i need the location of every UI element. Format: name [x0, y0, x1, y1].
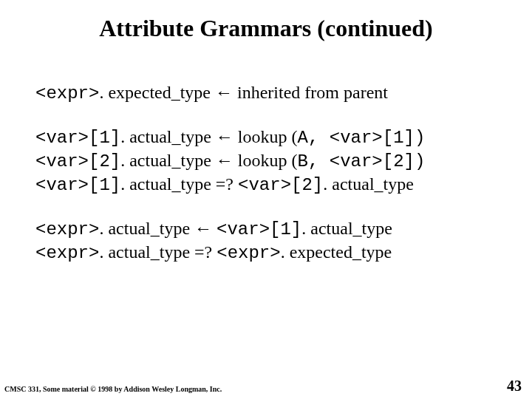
- text: . actual_type =?: [99, 242, 216, 262]
- rule-line: <expr>. actual_type ← <var>[1]. actual_t…: [35, 217, 502, 241]
- rule-line: <var>[2]. actual_type ← lookup (B, <var>…: [35, 149, 502, 173]
- arrow-icon: ←: [216, 127, 233, 146]
- code: <var>[2]: [35, 151, 120, 171]
- code: <var>[1]: [35, 175, 120, 195]
- code: <var>[1]: [35, 128, 120, 148]
- text: lookup (: [233, 127, 298, 146]
- text: lookup (: [233, 151, 298, 170]
- code: <expr>: [216, 243, 280, 263]
- code: <expr>: [35, 83, 99, 103]
- text: . expected_type: [281, 242, 392, 262]
- text: . actual_type: [301, 219, 392, 238]
- code: <expr>: [35, 219, 99, 239]
- slide: Attribute Grammars (continued) <expr>. e…: [0, 0, 532, 399]
- code: <expr>: [35, 243, 99, 263]
- rule-line: <var>[1]. actual_type =? <var>[2]. actua…: [35, 173, 502, 197]
- text: . actual_type: [120, 127, 216, 146]
- code: <var>[2]: [238, 175, 323, 195]
- text: . actual_type: [99, 219, 194, 238]
- page-number: 43: [507, 378, 522, 395]
- code: <var>[1]: [216, 219, 301, 239]
- footer-copyright: CMSC 331, Some material © 1998 by Addiso…: [4, 385, 222, 393]
- block-3: <expr>. actual_type ← <var>[1]. actual_t…: [35, 217, 502, 265]
- arrow-icon: ←: [216, 151, 233, 170]
- block-2: <var>[1]. actual_type ← lookup (A, <var>…: [35, 126, 502, 197]
- block-1: <expr>. expected_type ← inherited from p…: [35, 81, 502, 105]
- text: . expected_type: [99, 83, 215, 102]
- text: inherited from parent: [233, 83, 388, 102]
- text: . actual_type =?: [120, 174, 238, 194]
- code: B, <var>[2]): [298, 151, 426, 171]
- text: . actual_type: [120, 151, 216, 170]
- rule-line: <expr>. expected_type ← inherited from p…: [35, 81, 502, 105]
- rule-line: <var>[1]. actual_type ← lookup (A, <var>…: [35, 126, 502, 149]
- rule-line: <expr>. actual_type =? <expr>. expected_…: [35, 241, 502, 265]
- arrow-icon: ←: [194, 219, 212, 238]
- page-title: Attribute Grammars (continued): [0, 15, 532, 42]
- arrow-icon: ←: [215, 83, 233, 102]
- text: . actual_type: [323, 174, 414, 194]
- code: A, <var>[1]): [298, 128, 426, 148]
- slide-body: <expr>. expected_type ← inherited from p…: [35, 81, 502, 285]
